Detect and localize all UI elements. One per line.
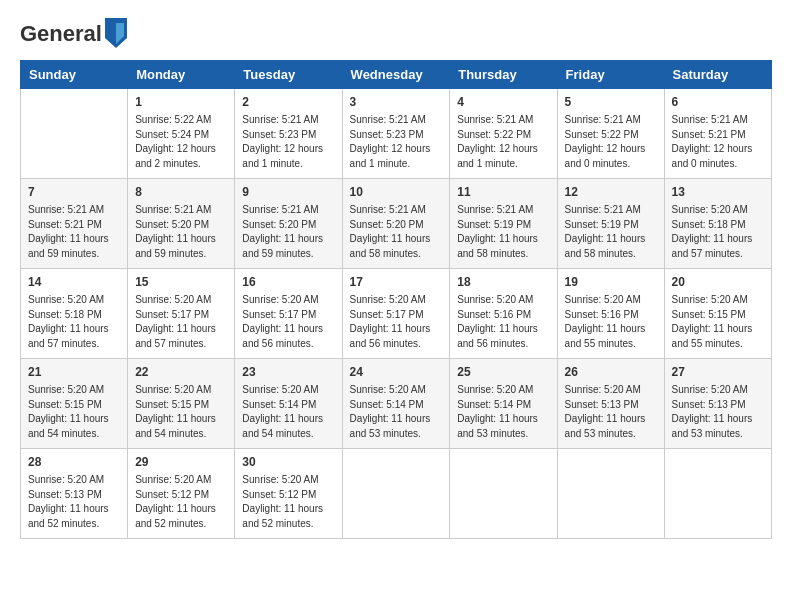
calendar-cell: 12Sunrise: 5:21 AMSunset: 5:19 PMDayligh… xyxy=(557,179,664,269)
calendar-cell: 1Sunrise: 5:22 AMSunset: 5:24 PMDaylight… xyxy=(128,89,235,179)
day-number: 6 xyxy=(672,94,764,111)
calendar-cell: 15Sunrise: 5:20 AMSunset: 5:17 PMDayligh… xyxy=(128,269,235,359)
calendar-cell: 4Sunrise: 5:21 AMSunset: 5:22 PMDaylight… xyxy=(450,89,557,179)
calendar-cell: 7Sunrise: 5:21 AMSunset: 5:21 PMDaylight… xyxy=(21,179,128,269)
day-number: 14 xyxy=(28,274,120,291)
cell-info: Sunrise: 5:20 AMSunset: 5:15 PMDaylight:… xyxy=(672,293,764,351)
calendar-header-row: SundayMondayTuesdayWednesdayThursdayFrid… xyxy=(21,61,772,89)
calendar-cell: 21Sunrise: 5:20 AMSunset: 5:15 PMDayligh… xyxy=(21,359,128,449)
day-number: 23 xyxy=(242,364,334,381)
day-number: 1 xyxy=(135,94,227,111)
calendar-cell: 29Sunrise: 5:20 AMSunset: 5:12 PMDayligh… xyxy=(128,449,235,539)
day-number: 7 xyxy=(28,184,120,201)
day-number: 3 xyxy=(350,94,443,111)
cell-info: Sunrise: 5:21 AMSunset: 5:22 PMDaylight:… xyxy=(565,113,657,171)
calendar-cell xyxy=(342,449,450,539)
calendar-cell: 13Sunrise: 5:20 AMSunset: 5:18 PMDayligh… xyxy=(664,179,771,269)
day-number: 15 xyxy=(135,274,227,291)
calendar-cell: 11Sunrise: 5:21 AMSunset: 5:19 PMDayligh… xyxy=(450,179,557,269)
column-header-monday: Monday xyxy=(128,61,235,89)
calendar-cell: 25Sunrise: 5:20 AMSunset: 5:14 PMDayligh… xyxy=(450,359,557,449)
cell-info: Sunrise: 5:20 AMSunset: 5:16 PMDaylight:… xyxy=(565,293,657,351)
cell-info: Sunrise: 5:21 AMSunset: 5:21 PMDaylight:… xyxy=(28,203,120,261)
cell-info: Sunrise: 5:21 AMSunset: 5:20 PMDaylight:… xyxy=(242,203,334,261)
calendar-week-1: 1Sunrise: 5:22 AMSunset: 5:24 PMDaylight… xyxy=(21,89,772,179)
calendar-cell: 26Sunrise: 5:20 AMSunset: 5:13 PMDayligh… xyxy=(557,359,664,449)
column-header-sunday: Sunday xyxy=(21,61,128,89)
cell-info: Sunrise: 5:21 AMSunset: 5:19 PMDaylight:… xyxy=(565,203,657,261)
calendar-cell: 8Sunrise: 5:21 AMSunset: 5:20 PMDaylight… xyxy=(128,179,235,269)
calendar-cell xyxy=(21,89,128,179)
logo: General xyxy=(20,20,127,44)
day-number: 21 xyxy=(28,364,120,381)
calendar-week-4: 21Sunrise: 5:20 AMSunset: 5:15 PMDayligh… xyxy=(21,359,772,449)
calendar-cell: 2Sunrise: 5:21 AMSunset: 5:23 PMDaylight… xyxy=(235,89,342,179)
calendar-cell: 30Sunrise: 5:20 AMSunset: 5:12 PMDayligh… xyxy=(235,449,342,539)
day-number: 22 xyxy=(135,364,227,381)
calendar-cell: 3Sunrise: 5:21 AMSunset: 5:23 PMDaylight… xyxy=(342,89,450,179)
logo-general: General xyxy=(20,21,102,47)
cell-info: Sunrise: 5:21 AMSunset: 5:21 PMDaylight:… xyxy=(672,113,764,171)
cell-info: Sunrise: 5:20 AMSunset: 5:15 PMDaylight:… xyxy=(28,383,120,441)
cell-info: Sunrise: 5:20 AMSunset: 5:16 PMDaylight:… xyxy=(457,293,549,351)
calendar-table: SundayMondayTuesdayWednesdayThursdayFrid… xyxy=(20,60,772,539)
calendar-week-2: 7Sunrise: 5:21 AMSunset: 5:21 PMDaylight… xyxy=(21,179,772,269)
calendar-cell: 16Sunrise: 5:20 AMSunset: 5:17 PMDayligh… xyxy=(235,269,342,359)
column-header-tuesday: Tuesday xyxy=(235,61,342,89)
day-number: 29 xyxy=(135,454,227,471)
column-header-wednesday: Wednesday xyxy=(342,61,450,89)
day-number: 12 xyxy=(565,184,657,201)
column-header-saturday: Saturday xyxy=(664,61,771,89)
calendar-cell: 20Sunrise: 5:20 AMSunset: 5:15 PMDayligh… xyxy=(664,269,771,359)
day-number: 13 xyxy=(672,184,764,201)
day-number: 4 xyxy=(457,94,549,111)
cell-info: Sunrise: 5:21 AMSunset: 5:20 PMDaylight:… xyxy=(350,203,443,261)
day-number: 5 xyxy=(565,94,657,111)
calendar-cell: 28Sunrise: 5:20 AMSunset: 5:13 PMDayligh… xyxy=(21,449,128,539)
calendar-cell: 6Sunrise: 5:21 AMSunset: 5:21 PMDaylight… xyxy=(664,89,771,179)
day-number: 19 xyxy=(565,274,657,291)
calendar-cell: 18Sunrise: 5:20 AMSunset: 5:16 PMDayligh… xyxy=(450,269,557,359)
day-number: 28 xyxy=(28,454,120,471)
logo-icon xyxy=(105,18,127,48)
cell-info: Sunrise: 5:21 AMSunset: 5:23 PMDaylight:… xyxy=(242,113,334,171)
cell-info: Sunrise: 5:22 AMSunset: 5:24 PMDaylight:… xyxy=(135,113,227,171)
cell-info: Sunrise: 5:20 AMSunset: 5:14 PMDaylight:… xyxy=(242,383,334,441)
calendar-cell: 19Sunrise: 5:20 AMSunset: 5:16 PMDayligh… xyxy=(557,269,664,359)
day-number: 2 xyxy=(242,94,334,111)
day-number: 27 xyxy=(672,364,764,381)
cell-info: Sunrise: 5:20 AMSunset: 5:17 PMDaylight:… xyxy=(350,293,443,351)
cell-info: Sunrise: 5:21 AMSunset: 5:23 PMDaylight:… xyxy=(350,113,443,171)
day-number: 11 xyxy=(457,184,549,201)
day-number: 10 xyxy=(350,184,443,201)
cell-info: Sunrise: 5:20 AMSunset: 5:12 PMDaylight:… xyxy=(242,473,334,531)
day-number: 16 xyxy=(242,274,334,291)
calendar-cell: 14Sunrise: 5:20 AMSunset: 5:18 PMDayligh… xyxy=(21,269,128,359)
cell-info: Sunrise: 5:20 AMSunset: 5:18 PMDaylight:… xyxy=(28,293,120,351)
day-number: 8 xyxy=(135,184,227,201)
calendar-cell: 5Sunrise: 5:21 AMSunset: 5:22 PMDaylight… xyxy=(557,89,664,179)
cell-info: Sunrise: 5:20 AMSunset: 5:13 PMDaylight:… xyxy=(565,383,657,441)
day-number: 26 xyxy=(565,364,657,381)
cell-info: Sunrise: 5:20 AMSunset: 5:13 PMDaylight:… xyxy=(28,473,120,531)
day-number: 25 xyxy=(457,364,549,381)
day-number: 20 xyxy=(672,274,764,291)
day-number: 17 xyxy=(350,274,443,291)
cell-info: Sunrise: 5:20 AMSunset: 5:15 PMDaylight:… xyxy=(135,383,227,441)
day-number: 18 xyxy=(457,274,549,291)
calendar-cell xyxy=(557,449,664,539)
day-number: 30 xyxy=(242,454,334,471)
cell-info: Sunrise: 5:20 AMSunset: 5:18 PMDaylight:… xyxy=(672,203,764,261)
cell-info: Sunrise: 5:20 AMSunset: 5:14 PMDaylight:… xyxy=(350,383,443,441)
cell-info: Sunrise: 5:21 AMSunset: 5:19 PMDaylight:… xyxy=(457,203,549,261)
cell-info: Sunrise: 5:21 AMSunset: 5:22 PMDaylight:… xyxy=(457,113,549,171)
calendar-week-3: 14Sunrise: 5:20 AMSunset: 5:18 PMDayligh… xyxy=(21,269,772,359)
calendar-cell: 22Sunrise: 5:20 AMSunset: 5:15 PMDayligh… xyxy=(128,359,235,449)
cell-info: Sunrise: 5:20 AMSunset: 5:17 PMDaylight:… xyxy=(135,293,227,351)
cell-info: Sunrise: 5:20 AMSunset: 5:17 PMDaylight:… xyxy=(242,293,334,351)
cell-info: Sunrise: 5:21 AMSunset: 5:20 PMDaylight:… xyxy=(135,203,227,261)
column-header-friday: Friday xyxy=(557,61,664,89)
day-number: 9 xyxy=(242,184,334,201)
cell-info: Sunrise: 5:20 AMSunset: 5:12 PMDaylight:… xyxy=(135,473,227,531)
calendar-cell: 9Sunrise: 5:21 AMSunset: 5:20 PMDaylight… xyxy=(235,179,342,269)
